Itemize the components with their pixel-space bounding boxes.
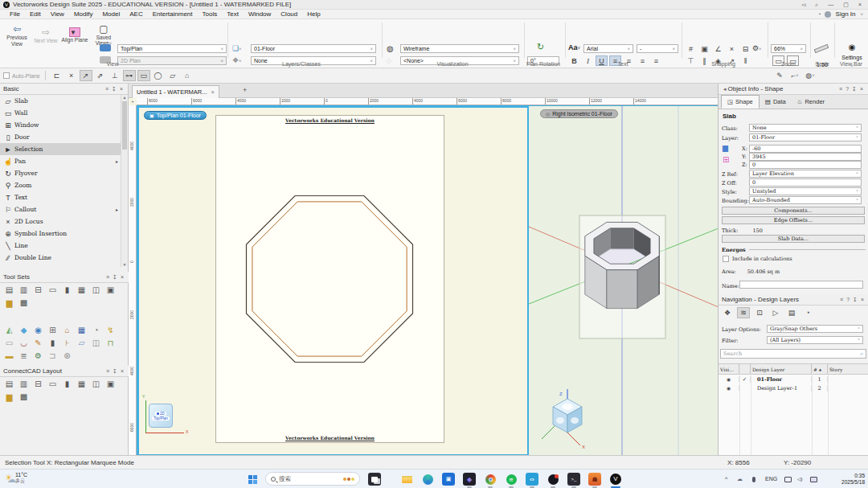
search-input[interactable]: Search ⌕ <box>720 349 866 359</box>
toolset-icon[interactable]: ▮ <box>61 379 73 390</box>
grid-mode-icon[interactable]: ⊞ <box>723 155 729 164</box>
font-size-dropdown[interactable]: -˅ <box>637 44 678 53</box>
menu-item[interactable]: Cloud <box>276 10 302 18</box>
menu-icon[interactable]: ≡ <box>104 274 111 280</box>
menu-item[interactable]: AEC <box>125 10 147 18</box>
spotify-icon[interactable]: ≋ <box>505 473 518 486</box>
layers-icon[interactable]: ❏˅ <box>232 44 242 52</box>
toolset-icon[interactable]: ◭ <box>3 326 15 336</box>
render-mode-dropdown[interactable]: Wireframe˅ <box>400 44 519 53</box>
search-icon[interactable]: ⌕ <box>812 2 821 8</box>
toolset-icon[interactable]: ◔ <box>90 326 102 336</box>
tool-item[interactable]: ☝ Pan ▸ <box>0 155 121 167</box>
pin-icon[interactable]: ↧ <box>110 86 118 92</box>
layer-table-header[interactable]: Visi... Design Layer # ▲ Story <box>719 364 868 375</box>
edge-browser-icon[interactable] <box>421 473 434 486</box>
toolset-icon[interactable]: ↯ <box>104 326 117 336</box>
auto-plane-checkbox[interactable] <box>3 72 10 79</box>
style-dropdown[interactable]: Unstyled˅ <box>749 187 862 195</box>
previous-view-button[interactable]: ⇦ Previous View <box>3 24 31 47</box>
orange-app-icon[interactable]: ☗ <box>588 473 601 486</box>
game-app-icon[interactable] <box>547 473 559 486</box>
z-ref-dropdown[interactable]: Layer Elevation˅ <box>749 170 862 178</box>
vectorworks-taskbar-icon[interactable]: V <box>609 473 622 486</box>
components-button[interactable]: Components... <box>722 207 865 215</box>
menu-item[interactable]: Model <box>97 10 125 18</box>
tool-item[interactable]: ▭ Wall <box>0 107 121 119</box>
zoom-dropdown[interactable]: 66%˅ <box>771 44 806 53</box>
toolset-icon[interactable]: ≣ <box>18 351 30 362</box>
toolset-icon[interactable]: ▬ <box>3 351 15 362</box>
toolset-icon[interactable]: ⚙ <box>32 351 44 362</box>
speaker-icon[interactable]: ◁) <box>797 476 803 482</box>
menu-icon[interactable]: ≡ <box>837 86 844 92</box>
chrome-icon[interactable] <box>484 473 497 486</box>
maximize-button[interactable]: ▢ <box>840 2 852 8</box>
text-style-icon[interactable]: Aa˅ <box>568 43 580 51</box>
snap-icon[interactable]: ∠ <box>712 43 724 54</box>
viewbar-eye-icon[interactable]: ◉ <box>837 43 866 51</box>
toolset-icon[interactable]: ▦ <box>76 379 88 390</box>
layer-dropdown[interactable]: 01-Floor˅ <box>251 44 376 53</box>
collapse-left-icon[interactable]: ◂ <box>722 86 728 92</box>
top-plan-viewport[interactable]: Vectorworks Educational Version Vectorwo… <box>137 106 529 456</box>
layer-row[interactable]: ◉ ✓ 01-Floor 1 <box>719 375 868 383</box>
taskbar-clock[interactable]: 0:35 2025/5/18 <box>828 473 865 486</box>
mode-icon[interactable]: ↗ <box>80 70 92 81</box>
toolset-icon[interactable]: ⊓ <box>104 338 117 349</box>
menu-icon[interactable]: ≡ <box>838 297 845 302</box>
toolset-icon[interactable]: ▭ <box>3 338 15 349</box>
mode-icon[interactable]: × <box>65 70 78 81</box>
navigation-mode-icon[interactable]: ▤ <box>785 307 798 318</box>
right-isometric-viewport[interactable]: ◎ Right Isometric 01-Floor Z X <box>529 106 719 456</box>
toolset-icon[interactable]: ⊟ <box>32 285 44 296</box>
visibility-eye-icon[interactable]: ◉ <box>719 376 739 382</box>
viewport-badge-top-plan[interactable]: ▣ Top/Plan 01-Floor <box>144 111 207 120</box>
font-dropdown[interactable]: Arial˅ <box>583 44 633 53</box>
pin-icon[interactable]: ↧ <box>850 86 858 92</box>
obsidian-icon[interactable]: ◆ <box>463 473 476 486</box>
close-icon[interactable]: × <box>118 86 125 92</box>
menu-item[interactable]: Window <box>244 10 276 18</box>
visibility-eye-icon[interactable]: ◉ <box>719 385 739 391</box>
avatar[interactable] <box>825 11 831 18</box>
align-plane-button[interactable]: ▼ Align Plane <box>61 27 88 43</box>
toolset-icon[interactable]: ▮ <box>61 285 73 296</box>
pin-icon[interactable]: ↧ <box>851 297 859 303</box>
scroll-down-icon[interactable]: ▼ <box>121 262 128 267</box>
slab-object[interactable] <box>216 116 445 444</box>
toolset-icon[interactable]: ▦ <box>76 326 88 336</box>
scale-ruler-icon[interactable] <box>814 44 829 53</box>
tab-close-icon[interactable]: × <box>211 88 215 96</box>
toolset-icon[interactable]: ⊐ <box>47 351 59 362</box>
menu-item[interactable]: File <box>5 10 25 18</box>
document-tab[interactable]: Untitled 1 - WATERMAR... × <box>132 85 219 98</box>
toolset-icon[interactable]: ▩ <box>18 298 30 309</box>
toolset-icon[interactable]: ✎ <box>32 338 44 349</box>
chevron-down-icon[interactable]: ˅ <box>860 12 863 17</box>
tab-data[interactable]: ▤Data <box>760 95 792 109</box>
class-dropdown[interactable]: None˅ <box>749 124 862 132</box>
toolset-icon[interactable]: ▭ <box>47 285 59 296</box>
tool-item[interactable]: ► Selection <box>0 143 121 155</box>
tool-item[interactable]: ╲ Line <box>0 240 121 252</box>
microphone-icon[interactable] <box>752 477 755 482</box>
navigation-mode-icon[interactable]: ⊡ <box>753 307 766 318</box>
tool-item[interactable]: ⚲ Zoom <box>0 179 121 191</box>
toolset-icon[interactable]: ◉ <box>32 326 44 336</box>
mode-icon[interactable]: ⊏ <box>51 70 63 81</box>
toolset-icon[interactable]: ▤ <box>3 379 15 390</box>
edge-offsets-button[interactable]: Edge Offsets... <box>722 216 865 224</box>
close-icon[interactable]: × <box>859 297 866 302</box>
close-icon[interactable]: × <box>119 368 125 374</box>
mode-icon[interactable]: ⌂ <box>181 70 194 81</box>
start-button[interactable] <box>246 473 259 486</box>
object-info-header[interactable]: ◂ Object Info - Shape ≡ ? ↧ × <box>719 84 868 95</box>
toolset-icon[interactable]: ◫ <box>90 285 102 296</box>
layer-dropdown[interactable]: 01-Floor˅ <box>749 133 862 141</box>
language-indicator[interactable]: ENG <box>765 476 777 482</box>
toolset-icon[interactable]: ▣ <box>104 285 117 296</box>
new-tab-button[interactable]: + <box>243 86 247 94</box>
mode-icon[interactable]: ⊶ <box>123 70 136 81</box>
navigation-mode-icon[interactable]: ≋ <box>737 307 750 318</box>
